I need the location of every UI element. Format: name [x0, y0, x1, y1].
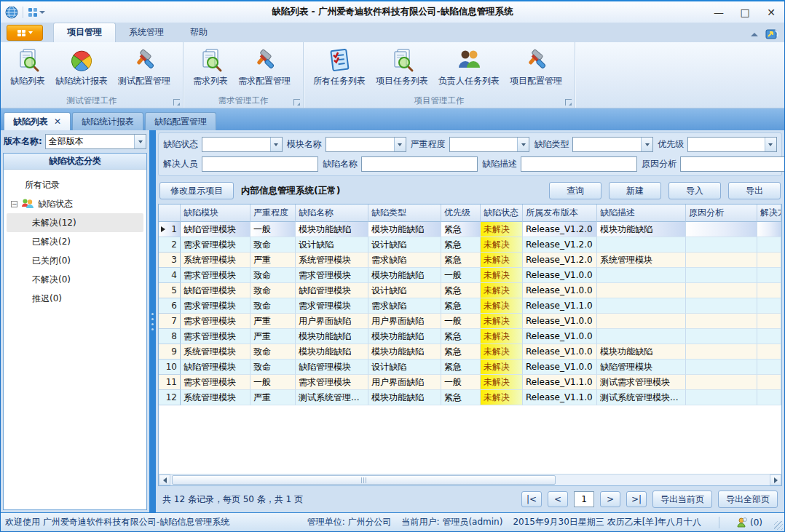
严重程度-combobox[interactable]	[449, 137, 530, 152]
column-header[interactable]: 缺陷名称	[296, 205, 368, 222]
column-header[interactable]: 严重程度	[251, 205, 296, 222]
page-number-input[interactable]	[574, 491, 594, 507]
缺陷描述-input[interactable]	[521, 156, 637, 172]
filter-field: 模块名称	[287, 137, 406, 152]
table-row[interactable]: 2需求管理模块致命设计缺陷设计缺陷紧急未解决Release_V1.2.0	[159, 237, 781, 253]
chevron-down-icon[interactable]	[641, 138, 652, 151]
table-row[interactable]: 1缺陷管理模块一般模块功能缺陷模块功能缺陷紧急未解决Release_V1.2.0…	[159, 222, 781, 237]
模块名称-combobox[interactable]	[326, 137, 406, 152]
import-button[interactable]: 导入	[668, 182, 721, 199]
tree-item[interactable]: 推迟(0)	[7, 289, 143, 308]
export-button[interactable]: 导出	[728, 182, 781, 199]
version-combobox[interactable]: 全部版本	[45, 134, 146, 149]
需求配置管理-button[interactable]: 需求配置管理	[233, 45, 296, 90]
query-button[interactable]: 查询	[549, 182, 601, 199]
负责人任务列表-button[interactable]: 负责人任务列表	[433, 45, 505, 90]
chevron-down-icon[interactable]	[270, 138, 282, 151]
modify-display-items-button[interactable]: 修改显示项目	[159, 182, 234, 199]
close-tab-icon[interactable]: ✕	[54, 116, 61, 127]
collapse-expander-icon[interactable]: −	[11, 201, 17, 207]
tree-item[interactable]: 已关闭(0)	[7, 251, 143, 270]
dialog-launcher-icon[interactable]	[173, 99, 180, 106]
table-row[interactable]: 10缺陷管理模块致命缺陷管理模块设计缺陷紧急未解决Release_V1.0.0缺…	[159, 360, 781, 375]
ribbon-tab[interactable]: 帮助	[177, 23, 221, 42]
dialog-launcher-icon[interactable]	[565, 99, 572, 106]
测试配置管理-button[interactable]: 测试配置管理	[113, 45, 175, 90]
table-row[interactable]: 4需求管理模块致命需求管理模块模块功能缺陷一般未解决Release_V1.0.0	[159, 268, 781, 283]
export-all-pages-button[interactable]: 导出全部页	[718, 491, 778, 508]
column-header[interactable]: 原因分析	[686, 205, 757, 222]
document-tab[interactable]: 缺陷配置管理	[145, 112, 216, 130]
ribbon-tab[interactable]: 系统管理	[116, 23, 177, 42]
first-page-button[interactable]: |<	[521, 491, 542, 507]
column-header[interactable]: 缺陷模块	[181, 205, 251, 222]
horizontal-scrollbar[interactable]	[159, 474, 781, 485]
缺陷统计报表-button[interactable]: 缺陷统计报表	[50, 45, 113, 90]
last-page-button[interactable]: >|	[626, 491, 647, 507]
close-button[interactable]: ✕	[758, 3, 784, 22]
原因分析-input[interactable]	[680, 156, 785, 172]
dialog-launcher-icon[interactable]	[293, 99, 300, 106]
new-button[interactable]: 新建	[609, 182, 661, 199]
ribbon-help-icon[interactable]	[765, 28, 778, 40]
column-header[interactable]: 缺陷状态	[481, 205, 523, 222]
scroll-left-icon[interactable]	[159, 475, 170, 485]
缺陷名称-input[interactable]	[361, 156, 478, 172]
filter-field: 缺陷状态	[163, 137, 283, 152]
export-current-page-button[interactable]: 导出当前页	[652, 491, 712, 508]
chevron-down-icon[interactable]	[517, 138, 529, 151]
scroll-right-icon[interactable]	[770, 475, 781, 485]
prev-page-button[interactable]: <	[548, 491, 568, 507]
tree-item[interactable]: 已解决(2)	[7, 232, 143, 251]
tree-item[interactable]: 不解决(0)	[7, 270, 143, 289]
table-row[interactable]: 9系统管理模块致命模块功能缺陷模块功能缺陷紧急未解决Release_V1.0.0…	[159, 344, 781, 360]
column-header[interactable]: 缺陷类型	[368, 205, 441, 222]
next-page-button[interactable]: >	[600, 491, 620, 507]
chevron-down-icon[interactable]	[765, 138, 776, 151]
优先级-combobox[interactable]	[687, 137, 777, 152]
解决人员-input[interactable]	[202, 156, 318, 172]
document-tab[interactable]: 缺陷统计报表	[72, 112, 143, 130]
collapse-ribbon-icon[interactable]	[751, 33, 758, 36]
tree-item[interactable]: 所有记录	[7, 175, 143, 194]
table-cell: 未解决	[481, 237, 523, 253]
所有任务列表-button[interactable]: 所有任务列表	[308, 45, 371, 90]
column-header[interactable]: 所属发布版本	[523, 205, 597, 222]
table-row[interactable]: 12系统管理模块严重测试系统管理...模块功能缺陷紧急未解决Release_V1…	[159, 390, 781, 405]
column-header[interactable]: 缺陷描述	[597, 205, 686, 222]
table-cell	[597, 268, 686, 283]
tree-item[interactable]: −缺陷状态	[7, 194, 143, 213]
scrollbar-thumb[interactable]	[172, 475, 556, 485]
table-row[interactable]: 11需求管理模块一般需求管理模块用户界面缺陷一般未解决Release_V1.1.…	[159, 375, 781, 390]
version-label: 版本名称:	[4, 135, 42, 148]
resize-grip[interactable]	[774, 521, 783, 530]
chevron-down-icon[interactable]	[134, 135, 146, 148]
column-header[interactable]: 解决方法	[757, 205, 781, 222]
缺陷状态-combobox[interactable]	[202, 137, 283, 152]
quick-access-grid-icon[interactable]	[28, 7, 45, 17]
tree-item[interactable]: 未解决(12)	[7, 213, 143, 232]
项目任务列表-button[interactable]: 项目任务列表	[371, 45, 433, 90]
缺陷列表-button[interactable]: 缺陷列表	[5, 45, 50, 90]
table-row[interactable]: 7需求管理模块严重用户界面缺陷用户界面缺陷一般未解决Release_V1.0.0	[159, 314, 781, 329]
chevron-down-icon[interactable]	[394, 138, 406, 151]
table-cell: 致命	[251, 237, 296, 253]
application-menu-button[interactable]	[7, 25, 43, 41]
需求列表-button[interactable]: 需求列表	[188, 45, 233, 90]
table-cell: 模块功能缺陷	[368, 344, 441, 360]
column-header[interactable]: 优先级	[441, 205, 481, 222]
table-row[interactable]: 5缺陷管理模块致命缺陷管理模块设计缺陷紧急未解决Release_V1.0.0	[159, 283, 781, 298]
项目配置管理-button[interactable]: 项目配置管理	[505, 45, 567, 90]
table-cell	[757, 375, 781, 390]
document-tab[interactable]: 缺陷列表✕	[4, 112, 71, 130]
缺陷类型-combobox[interactable]	[572, 137, 653, 152]
ribbon-tab[interactable]: 项目管理	[53, 23, 116, 42]
message-indicator[interactable]: (0)	[737, 517, 762, 528]
sidebar-splitter[interactable]	[149, 130, 156, 512]
table-row[interactable]: 6需求管理模块致命需求管理模块需求缺陷紧急未解决Release_V1.1.0	[159, 298, 781, 314]
table-cell	[757, 283, 781, 298]
maximize-button[interactable]: □	[732, 3, 758, 22]
minimize-button[interactable]: —	[706, 3, 732, 22]
table-row[interactable]: 8需求管理模块严重模块功能缺陷模块功能缺陷紧急未解决Release_V1.0.0	[159, 329, 781, 344]
table-row[interactable]: 3系统管理模块严重系统管理模块需求缺陷紧急未解决Release_V1.2.0系统…	[159, 253, 781, 268]
